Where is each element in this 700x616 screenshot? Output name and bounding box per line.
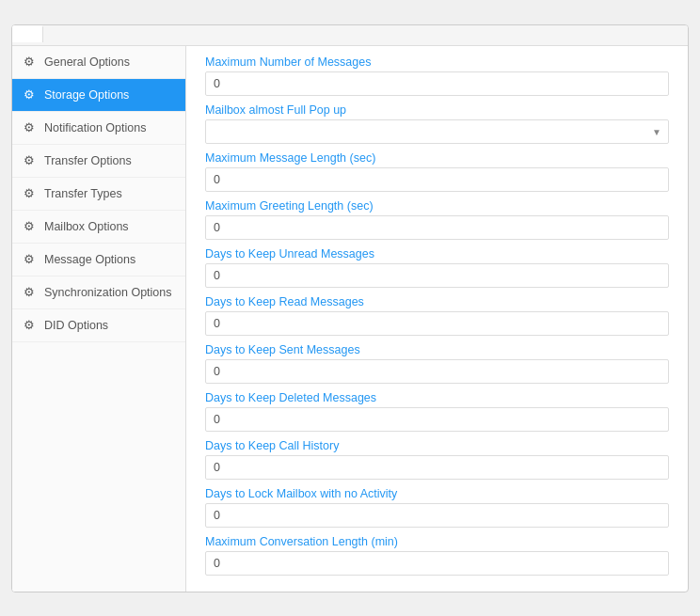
sidebar-item-message-options[interactable]: ⚙Message Options <box>12 244 185 276</box>
field-group-days-sent: Days to Keep Sent Messages <box>205 343 669 384</box>
sidebar-item-synchronization-options[interactable]: ⚙Synchronization Options <box>12 276 185 309</box>
gear-icon: ⚙ <box>22 252 37 267</box>
field-label-days-sent: Days to Keep Sent Messages <box>205 343 669 356</box>
content-area: ⚙General Options⚙Storage Options⚙Notific… <box>12 46 688 592</box>
gear-icon: ⚙ <box>22 87 37 103</box>
field-label-days-call-history: Days to Keep Call History <box>205 439 669 452</box>
field-input-max-conversation[interactable] <box>205 551 669 576</box>
gear-icon: ⚙ <box>22 186 37 201</box>
gear-icon: ⚙ <box>22 219 37 234</box>
field-input-max-message-length[interactable] <box>205 167 669 192</box>
field-input-max-messages[interactable] <box>205 71 669 96</box>
sidebar-item-storage-options[interactable]: ⚙Storage Options <box>12 79 185 112</box>
sidebar-item-label: Transfer Types <box>44 187 122 200</box>
field-label-max-message-length: Maximum Message Length (sec) <box>205 151 669 165</box>
sidebar-item-label: Notification Options <box>44 121 146 134</box>
field-group-days-deleted: Days to Keep Deleted Messages <box>205 391 669 432</box>
field-input-days-call-history[interactable] <box>205 455 669 480</box>
field-input-days-deleted[interactable] <box>205 407 669 432</box>
sidebar-item-did-options[interactable]: ⚙DID Options <box>12 309 185 342</box>
gear-icon: ⚙ <box>22 153 37 168</box>
gear-icon: ⚙ <box>22 55 37 70</box>
field-input-days-lock[interactable] <box>205 503 669 528</box>
field-label-days-read: Days to Keep Read Messages <box>205 295 669 308</box>
field-group-days-call-history: Days to Keep Call History <box>205 439 669 480</box>
main-container: ⚙General Options⚙Storage Options⚙Notific… <box>11 24 689 592</box>
tab-header <box>12 25 688 46</box>
field-group-days-unread: Days to Keep Unread Messages <box>205 247 669 288</box>
field-input-max-greeting-length[interactable] <box>205 215 669 240</box>
field-group-days-read: Days to Keep Read Messages <box>205 295 669 336</box>
sidebar-item-label: Mailbox Options <box>44 220 129 233</box>
field-label-max-conversation: Maximum Conversation Length (min) <box>205 535 669 548</box>
sidebar-item-label: General Options <box>44 55 130 69</box>
sidebar-item-transfer-options[interactable]: ⚙Transfer Options <box>12 145 185 178</box>
field-input-days-unread[interactable] <box>205 263 669 288</box>
sidebar-item-notification-options[interactable]: ⚙Notification Options <box>12 112 185 145</box>
field-label-days-deleted: Days to Keep Deleted Messages <box>205 391 669 404</box>
field-select-mailbox-popup[interactable] <box>205 119 669 144</box>
sidebar-item-transfer-types[interactable]: ⚙Transfer Types <box>12 178 185 211</box>
field-label-days-unread: Days to Keep Unread Messages <box>205 247 669 261</box>
sidebar-item-label: DID Options <box>44 319 108 332</box>
sidebar-item-mailbox-options[interactable]: ⚙Mailbox Options <box>12 211 185 244</box>
field-group-max-conversation: Maximum Conversation Length (min) <box>205 535 669 576</box>
sidebar-item-label: Synchronization Options <box>44 286 172 299</box>
gear-icon: ⚙ <box>22 120 37 135</box>
field-label-days-lock: Days to Lock Mailbox with no Activity <box>205 487 669 500</box>
field-input-days-read[interactable] <box>205 311 669 336</box>
gear-icon: ⚙ <box>22 318 37 333</box>
field-label-mailbox-popup: Mailbox almost Full Pop up <box>205 103 669 117</box>
field-label-max-messages: Maximum Number of Messages <box>205 55 669 69</box>
tab-feature-group-settings[interactable] <box>12 25 43 42</box>
field-group-days-lock: Days to Lock Mailbox with no Activity <box>205 487 669 528</box>
sidebar: ⚙General Options⚙Storage Options⚙Notific… <box>12 46 186 592</box>
main-content: Maximum Number of MessagesMailbox almost… <box>186 46 688 592</box>
sidebar-item-label: Transfer Options <box>44 154 132 167</box>
gear-icon: ⚙ <box>22 285 37 300</box>
field-select-wrapper-mailbox-popup <box>205 119 669 144</box>
field-input-days-sent[interactable] <box>205 359 669 384</box>
field-label-max-greeting-length: Maximum Greeting Length (sec) <box>205 199 669 213</box>
sidebar-item-label: Message Options <box>44 253 135 266</box>
field-group-max-greeting-length: Maximum Greeting Length (sec) <box>205 199 669 240</box>
sidebar-item-label: Storage Options <box>44 88 129 102</box>
field-group-max-message-length: Maximum Message Length (sec) <box>205 151 669 192</box>
field-group-max-messages: Maximum Number of Messages <box>205 55 669 96</box>
sidebar-item-general-options[interactable]: ⚙General Options <box>12 46 185 79</box>
field-group-mailbox-popup: Mailbox almost Full Pop up <box>205 103 669 144</box>
